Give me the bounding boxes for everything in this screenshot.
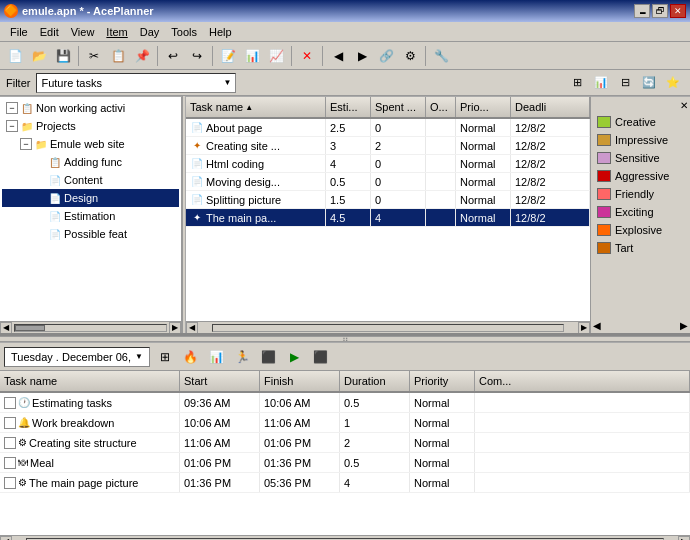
tb-paste[interactable]: 📌 <box>131 45 153 67</box>
filter-icon-refresh[interactable]: 🔄 <box>638 72 660 94</box>
tb-new[interactable]: 📄 <box>4 45 26 67</box>
tb-nav2[interactable]: ▶ <box>351 45 373 67</box>
date-dropdown[interactable]: ▼ <box>135 352 143 361</box>
tree-scroll-track[interactable] <box>14 324 167 332</box>
tb-undo[interactable]: ↩ <box>162 45 184 67</box>
tree-expand-emule[interactable]: − <box>20 138 32 150</box>
col-header-taskname[interactable]: Task name▲ <box>186 97 326 117</box>
tree-item-estimation[interactable]: 📄 Estimation <box>2 207 179 225</box>
close-button[interactable]: ✕ <box>670 4 686 18</box>
sched-col-priority[interactable]: Priority <box>410 371 475 391</box>
sched-btn-play[interactable]: ▶ <box>284 346 306 368</box>
menu-day[interactable]: Day <box>134 25 166 39</box>
tb-nav1[interactable]: ◀ <box>327 45 349 67</box>
sched-checkbox[interactable] <box>4 457 16 469</box>
col-header-spent[interactable]: Spent ... <box>371 97 426 117</box>
tree-scroll-thumb[interactable] <box>15 325 45 331</box>
tasks-scrollbar[interactable]: ◀ ▶ <box>186 321 590 333</box>
tree-expand-nonworking[interactable]: − <box>6 102 18 114</box>
minimize-button[interactable]: 🗕 <box>634 4 650 18</box>
sched-checkbox[interactable] <box>4 397 16 409</box>
filter-icon-chart[interactable]: 📊 <box>590 72 612 94</box>
task-row[interactable]: ✦The main pa... 4.5 4 Normal 12/8/2 <box>186 209 590 227</box>
col-header-esti[interactable]: Esti... <box>326 97 371 117</box>
sched-btn-stop[interactable]: ⬛ <box>310 346 332 368</box>
menu-edit[interactable]: Edit <box>34 25 65 39</box>
tasks-scroll-left[interactable]: ◀ <box>186 322 198 334</box>
sched-col-name[interactable]: Task name <box>0 371 180 391</box>
sched-row[interactable]: 🔔 Work breakdown 10:06 AM 11:06 AM 1 Nor… <box>0 413 690 433</box>
filter-icon-star[interactable]: ⭐ <box>662 72 684 94</box>
sched-scroll-right[interactable]: ▶ <box>678 536 690 541</box>
sched-col-comment[interactable]: Com... <box>475 371 690 391</box>
sched-btn-5[interactable]: ⬛ <box>258 346 280 368</box>
legend-close-btn[interactable]: ✕ <box>680 100 688 111</box>
sched-row[interactable]: 🍽 Meal 01:06 PM 01:36 PM 0.5 Normal <box>0 453 690 473</box>
task-row[interactable]: 📄Html coding 4 0 Normal 12/8/2 <box>186 155 590 173</box>
col-header-prio[interactable]: Prio... <box>456 97 511 117</box>
task-row[interactable]: 📄Moving desig... 0.5 0 Normal 12/8/2 <box>186 173 590 191</box>
sched-checkbox[interactable] <box>4 477 16 489</box>
col-header-deadli[interactable]: Deadli <box>511 97 590 117</box>
sched-checkbox[interactable] <box>4 437 16 449</box>
menu-tools[interactable]: Tools <box>165 25 203 39</box>
sched-btn-1[interactable]: ⊞ <box>154 346 176 368</box>
tasks-scroll-track[interactable] <box>212 324 564 332</box>
sched-col-finish[interactable]: Finish <box>260 371 340 391</box>
tree-scroll-left[interactable]: ◀ <box>0 322 12 334</box>
tb-settings[interactable]: 🔧 <box>430 45 452 67</box>
sched-row[interactable]: 🕐 Estimating tasks 09:36 AM 10:06 AM 0.5… <box>0 393 690 413</box>
tree-item-adding[interactable]: 📋 Adding func <box>2 153 179 171</box>
tree-item-nonworking[interactable]: − 📋 Non working activi <box>2 99 179 117</box>
tree-item-content[interactable]: 📄 Content <box>2 171 179 189</box>
maximize-button[interactable]: 🗗 <box>652 4 668 18</box>
tb-redo[interactable]: ↪ <box>186 45 208 67</box>
legend-scroll-right[interactable]: ▶ <box>680 320 688 331</box>
task-cell-esti: 1.5 <box>326 191 371 208</box>
tree-scroll-right[interactable]: ▶ <box>169 322 181 334</box>
legend-panel: ✕ Creative Impressive Sensitive Aggressi… <box>590 96 690 333</box>
task-row[interactable]: ✦Creating site ... 3 2 Normal 12/8/2 <box>186 137 590 155</box>
tb-nav3[interactable]: 🔗 <box>375 45 397 67</box>
tb-del[interactable]: ✕ <box>296 45 318 67</box>
tasks-scroll-right[interactable]: ▶ <box>578 322 590 334</box>
task-row[interactable]: 📄Splitting picture 1.5 0 Normal 12/8/2 <box>186 191 590 209</box>
tb-open[interactable]: 📂 <box>28 45 50 67</box>
sched-btn-4[interactable]: 🏃 <box>232 346 254 368</box>
col-header-o[interactable]: O... <box>426 97 456 117</box>
task-cell-o <box>426 209 456 226</box>
tb-save[interactable]: 💾 <box>52 45 74 67</box>
sched-scroll-left[interactable]: ◀ <box>0 536 12 541</box>
menu-file[interactable]: File <box>4 25 34 39</box>
toolbar: 📄 📂 💾 ✂ 📋 📌 ↩ ↪ 📝 📊 📈 ✕ ◀ ▶ 🔗 ⚙ 🔧 <box>0 42 690 70</box>
tree-expand-projects[interactable]: − <box>6 120 18 132</box>
filter-icon-grid[interactable]: ⊞ <box>566 72 588 94</box>
tree-item-emule[interactable]: − 📁 Emule web site <box>2 135 179 153</box>
tree-item-possible[interactable]: 📄 Possible feat <box>2 225 179 243</box>
sched-btn-2[interactable]: 🔥 <box>180 346 202 368</box>
tb-task2[interactable]: 📊 <box>241 45 263 67</box>
tb-task1[interactable]: 📝 <box>217 45 239 67</box>
sched-scrollbar[interactable]: ◀ ▶ <box>0 535 690 540</box>
filter-icon-table[interactable]: ⊟ <box>614 72 636 94</box>
legend-scroll-left[interactable]: ◀ <box>593 320 601 331</box>
menu-help[interactable]: Help <box>203 25 238 39</box>
sched-btn-3[interactable]: 📊 <box>206 346 228 368</box>
tree-item-projects[interactable]: − 📁 Projects <box>2 117 179 135</box>
tb-task3[interactable]: 📈 <box>265 45 287 67</box>
menu-item[interactable]: Item <box>100 25 133 39</box>
tree-item-design[interactable]: 📄 Design <box>2 189 179 207</box>
sched-col-duration[interactable]: Duration <box>340 371 410 391</box>
task-cell-spent: 0 <box>371 119 426 136</box>
tree-scrollbar[interactable]: ◀ ▶ <box>0 321 181 333</box>
sched-col-start[interactable]: Start <box>180 371 260 391</box>
tb-copy[interactable]: 📋 <box>107 45 129 67</box>
menu-view[interactable]: View <box>65 25 101 39</box>
task-row[interactable]: 📄About page 2.5 0 Normal 12/8/2 <box>186 119 590 137</box>
tb-nav4[interactable]: ⚙ <box>399 45 421 67</box>
sched-row[interactable]: ⚙ The main page picture 01:36 PM 05:36 P… <box>0 473 690 493</box>
tb-cut[interactable]: ✂ <box>83 45 105 67</box>
sched-row[interactable]: ⚙ Creating site structure 11:06 AM 01:06… <box>0 433 690 453</box>
sched-checkbox[interactable] <box>4 417 16 429</box>
filter-combo[interactable]: Future tasks ▼ <box>36 73 236 93</box>
